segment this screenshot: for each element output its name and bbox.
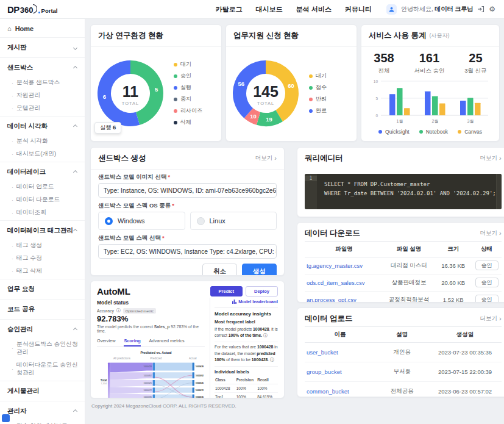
cancel-button[interactable]: 취소 xyxy=(202,264,237,276)
usage-stats: 358전체161서비스 승인253월 신규 xyxy=(364,51,497,75)
file-link[interactable]: tg.agency_master.csv xyxy=(305,257,383,275)
column-header: 파일명 xyxy=(305,242,383,257)
sql-editor[interactable]: 1 SELECT * FROM DP.Customer_masterWHERE … xyxy=(305,174,502,209)
sidebar-section-header-0[interactable]: 게시판 xyxy=(0,39,85,56)
bar-Canvas xyxy=(475,103,481,115)
logo[interactable]: DP 360 Portal xyxy=(7,4,57,15)
svg-text:3월: 3월 xyxy=(467,119,474,123)
svg-text:1000428: 1000428 xyxy=(196,365,204,368)
svg-text:0: 0 xyxy=(375,113,378,118)
usage-card-subtitle: (사용자) xyxy=(429,32,449,40)
avatar[interactable] xyxy=(386,4,397,15)
nav-item-1[interactable]: 대시보드 xyxy=(256,5,283,14)
sidebar-item[interactable]: ·태그 수정 xyxy=(0,252,85,265)
sidebar-item[interactable]: ·모델관리 xyxy=(0,102,85,115)
bucket-date: 2023-07-15 22:00:39 xyxy=(428,362,501,382)
tab-scoring[interactable]: Scoring xyxy=(124,337,140,347)
legend-item-Quicksight: Quicksight xyxy=(378,129,410,135)
sql-line: WHERE Tr_date BETWEEN '2024.02.01' AND '… xyxy=(324,189,496,198)
sidebar-item[interactable]: ·분석용 샌드박스 xyxy=(0,76,85,89)
legend-item-완료: 완료 xyxy=(309,107,327,115)
deploy-button[interactable]: Deploy xyxy=(246,286,278,296)
approve-button[interactable]: 승인 xyxy=(475,261,499,270)
sidebar-item[interactable]: ·분석 시각화 xyxy=(0,135,85,148)
radio-linux[interactable]: Linux xyxy=(190,212,277,230)
right-column: 쿼리에디터 더보기› 1 SELECT * FROM DP.Customer_m… xyxy=(297,147,504,398)
sidebar-item[interactable]: ·분석샌드박스 승인신청관리 xyxy=(0,338,85,359)
file-desc: 대리점 마스터 xyxy=(383,257,435,275)
sidebar-section-header-6[interactable]: 코드 공유 xyxy=(0,301,85,318)
legend-item-실행: 실행 xyxy=(174,84,202,92)
file-link[interactable]: ods.cd_item_sales.csv xyxy=(305,275,383,292)
bucket-link[interactable]: group_bucket xyxy=(305,362,375,382)
sidebar-section-header-1[interactable]: 샌드박스 xyxy=(0,59,85,76)
sidebar-item-home[interactable]: ⌂ Home xyxy=(0,20,85,38)
column-header: 파일 설명 xyxy=(383,242,435,257)
tab-advanced-metrics[interactable]: Advanced metrics xyxy=(149,337,185,346)
svg-text:1000428: 1000428 xyxy=(144,365,152,368)
cell: 1000428 xyxy=(215,384,236,392)
bucket-link[interactable]: user_bucket xyxy=(305,343,375,362)
logout-icon[interactable] xyxy=(477,5,484,13)
sidebar-section-header-2[interactable]: 데이터 시각화 xyxy=(0,118,85,135)
sidebar-item[interactable]: ·대시보드(개인) xyxy=(0,148,85,160)
sidebar-item[interactable]: ·자원관리 xyxy=(0,89,85,102)
download-more-link[interactable]: 더보기› xyxy=(480,229,502,237)
sidebar-item[interactable]: ·데이터다운로드 승인신청관리 xyxy=(0,359,85,379)
sidebar-item[interactable]: ·데이터조회 xyxy=(0,206,85,219)
sidebar-item[interactable]: ·접속 현황 대시보드 xyxy=(0,420,85,424)
accuracy-description: The model predicts the correct Sales_p 9… xyxy=(97,325,205,333)
sql-line: SELECT * FROM DP.Customer_master xyxy=(324,180,496,189)
upload-more-link[interactable]: 더보기› xyxy=(480,315,502,323)
sandbox-more-link[interactable]: 더보기› xyxy=(255,154,277,162)
sidebar-item[interactable]: ·데이터 다운로드 xyxy=(0,193,85,206)
svg-text:1월: 1월 xyxy=(397,119,403,123)
column-header: 생성일 xyxy=(428,327,501,343)
bucket-link[interactable]: common_bucket xyxy=(305,382,375,398)
column-header: Precision xyxy=(236,376,257,384)
leaderboard-icon xyxy=(232,300,236,304)
approve-button[interactable]: 승인 xyxy=(475,278,499,287)
sidebar-section-header-5[interactable]: 업무 요청 xyxy=(0,281,85,298)
legend-item-Canvas: Canvas xyxy=(458,129,482,135)
stat-value: 25 xyxy=(464,51,486,65)
sidebar-item-label: 태그 생성 xyxy=(16,242,42,250)
sidebar-item[interactable]: ·태그 삭제 xyxy=(0,265,85,278)
bullet-icon: · xyxy=(12,138,13,145)
sidebar-section-label: 관리자 xyxy=(7,407,27,415)
table-row: 1000428100%100% xyxy=(215,384,278,392)
sidebar-item[interactable]: ·데이터 업로드 xyxy=(0,181,85,193)
radio-windows[interactable]: Windows xyxy=(98,212,185,230)
approve-button[interactable]: 승인 xyxy=(475,295,499,303)
sidebar-section-header-7[interactable]: 승인관리 xyxy=(0,321,85,338)
sidebar-item[interactable]: ·태그 생성 xyxy=(0,239,85,252)
predict-button[interactable]: Predict xyxy=(210,286,243,296)
nav-item-0[interactable]: 카탈로그 xyxy=(216,5,243,14)
file-link[interactable]: an.process_opt.csv xyxy=(305,292,383,303)
chevron-right-icon: › xyxy=(499,155,502,162)
sidebar-section-header-3[interactable]: 데이터레이크 xyxy=(0,163,85,181)
legend-item-반려: 반려 xyxy=(309,95,327,103)
sidebar-section-header-9[interactable]: 관리자 xyxy=(0,403,85,420)
sidebar-section-header-8[interactable]: 게시물관리 xyxy=(0,383,85,400)
widget-button[interactable] xyxy=(2,414,10,422)
tab-overview[interactable]: Overview xyxy=(97,337,115,346)
sidebar-section-header-4[interactable]: 데이터레이크 태그관리 xyxy=(0,222,85,239)
nav-item-2[interactable]: 분석 서비스 xyxy=(296,5,332,14)
create-button[interactable]: 생성 xyxy=(242,264,277,276)
settings-gear-icon[interactable]: ⚙ xyxy=(489,5,495,13)
query-more-link[interactable]: 더보기› xyxy=(480,154,502,162)
nav-item-3[interactable]: 커뮤니티 xyxy=(345,5,372,14)
model-spec-select[interactable]: Type: EC2, OS: WINDOWS, Instance Type: c… xyxy=(98,244,277,259)
usage-card-title: 서비스 사용 통계 xyxy=(369,31,426,41)
chevron-up-icon xyxy=(73,124,77,128)
file-size: 1.52 KB xyxy=(435,292,472,303)
model-leaderboard-link[interactable]: Model leaderboard xyxy=(215,298,278,308)
insight-paragraph-2: For the values that are 1000428 in the d… xyxy=(215,344,278,367)
insight-paragraph-1: If the model predicts 1000428, it is cor… xyxy=(215,326,278,342)
sidebar-item-label: 데이터조회 xyxy=(16,209,46,217)
legend-label: 완료 xyxy=(316,107,327,115)
radio-label: Windows xyxy=(118,217,145,225)
sidebar-section-2: 데이터 시각화·분석 시각화·대시보드(개인) xyxy=(0,117,85,162)
model-image-select[interactable]: Type: Instance, OS: WINDOWS, ID: ami-07e… xyxy=(98,183,277,198)
